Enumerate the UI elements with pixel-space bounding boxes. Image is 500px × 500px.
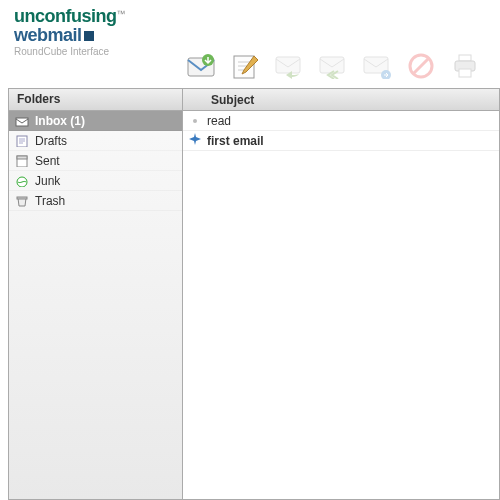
- svg-point-24: [193, 119, 197, 123]
- folder-item-sent[interactable]: Sent: [9, 151, 182, 171]
- trash-icon: [15, 195, 29, 207]
- folder-item-trash[interactable]: Trash: [9, 191, 182, 211]
- svg-rect-14: [459, 69, 471, 77]
- folder-list: Inbox (1)DraftsSentJunkTrash: [9, 111, 182, 499]
- logo-subtitle: RoundCube Interface: [14, 46, 125, 57]
- svg-rect-15: [16, 118, 28, 126]
- compose-button[interactable]: [229, 50, 261, 82]
- svg-line-11: [414, 59, 428, 73]
- message-pane: Subject readfirst email: [183, 88, 500, 500]
- reply-button[interactable]: [273, 50, 305, 82]
- message-subject: read: [207, 114, 231, 128]
- print-button[interactable]: [449, 50, 481, 82]
- delete-button[interactable]: [405, 50, 437, 82]
- message-status-icon: [183, 114, 207, 128]
- sent-icon: [15, 155, 29, 167]
- delete-icon: [407, 52, 435, 80]
- toolbar: [185, 50, 481, 82]
- folder-label: Trash: [35, 194, 65, 208]
- subject-column-header[interactable]: Subject: [207, 93, 254, 107]
- message-row[interactable]: first email: [183, 131, 499, 151]
- reply-all-button[interactable]: [317, 50, 349, 82]
- reply-all-icon: [318, 53, 348, 79]
- folder-item-inbox[interactable]: Inbox (1): [9, 111, 182, 131]
- message-list-header: Subject: [183, 89, 499, 111]
- check-mail-button[interactable]: [185, 50, 217, 82]
- forward-button[interactable]: [361, 50, 393, 82]
- sidebar: Folders Inbox (1)DraftsSentJunkTrash: [8, 88, 183, 500]
- svg-rect-6: [276, 57, 300, 73]
- inbox-icon: [15, 115, 29, 127]
- junk-icon: [15, 175, 29, 187]
- logo: unconfusing™ webmail RoundCube Interface: [14, 6, 125, 57]
- logo-square: [84, 31, 94, 41]
- compose-icon: [230, 52, 260, 80]
- logo-line2: webmail: [14, 25, 82, 45]
- check-mail-icon: [186, 52, 216, 80]
- forward-icon: [362, 53, 392, 79]
- svg-rect-12: [459, 55, 471, 61]
- drafts-icon: [15, 135, 29, 147]
- folder-item-junk[interactable]: Junk: [9, 171, 182, 191]
- message-list: readfirst email: [183, 111, 499, 151]
- message-row[interactable]: read: [183, 111, 499, 131]
- header: unconfusing™ webmail RoundCube Interface: [0, 0, 500, 88]
- svg-rect-21: [17, 156, 27, 159]
- message-status-icon: [183, 133, 207, 148]
- folders-header: Folders: [9, 89, 182, 111]
- main: Folders Inbox (1)DraftsSentJunkTrash Sub…: [0, 88, 500, 500]
- folder-item-drafts[interactable]: Drafts: [9, 131, 182, 151]
- folder-label: Junk: [35, 174, 60, 188]
- logo-tm: ™: [116, 9, 125, 19]
- logo-line1: unconfusing: [14, 6, 116, 26]
- folder-label: Sent: [35, 154, 60, 168]
- folder-label: Drafts: [35, 134, 67, 148]
- message-subject: first email: [207, 134, 264, 148]
- folder-label: Inbox (1): [35, 114, 85, 128]
- svg-rect-7: [320, 57, 344, 73]
- print-icon: [451, 53, 479, 79]
- svg-rect-23: [17, 197, 27, 199]
- reply-icon: [274, 53, 304, 79]
